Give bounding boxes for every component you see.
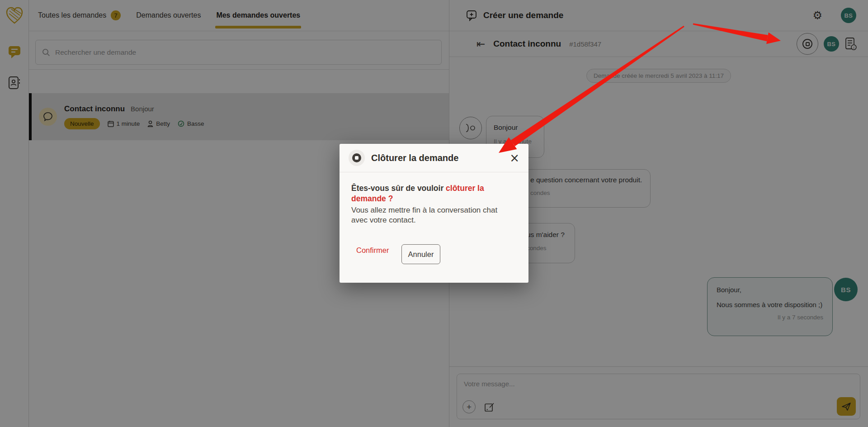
modal-title: Clôturer la demande bbox=[371, 153, 458, 163]
modal-question: Êtes-vous sûr de vouloir bbox=[351, 184, 446, 193]
close-request-modal: Clôturer la demande × Êtes-vous sûr de v… bbox=[340, 144, 528, 283]
stop-circle-icon bbox=[349, 150, 365, 166]
confirm-button[interactable]: Confirmer bbox=[356, 246, 389, 255]
modal-description: Vous allez mettre fin à la conversation … bbox=[351, 205, 509, 226]
close-icon[interactable]: × bbox=[509, 152, 519, 164]
modal-body: Êtes-vous sûr de vouloir clôturer la dem… bbox=[340, 172, 520, 225]
modal-header: Clôturer la demande × bbox=[340, 144, 528, 172]
cancel-button[interactable]: Annuler bbox=[401, 244, 440, 264]
